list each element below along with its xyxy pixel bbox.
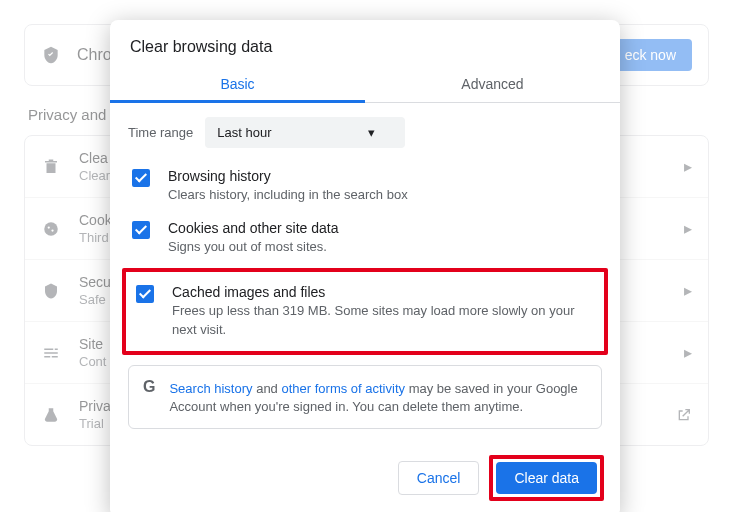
tab-basic[interactable]: Basic	[110, 66, 365, 102]
cancel-button[interactable]: Cancel	[398, 461, 480, 495]
option-browsing-history: Browsing history Clears history, includi…	[128, 160, 602, 212]
dialog-tabs: Basic Advanced	[110, 66, 620, 103]
dropdown-icon: ▾	[368, 125, 375, 140]
option-cookies: Cookies and other site data Signs you ou…	[128, 212, 602, 264]
link-search-history[interactable]: Search history	[169, 381, 252, 396]
option-cached-images: Cached images and files Frees up less th…	[132, 276, 598, 346]
time-range-label: Time range	[128, 125, 193, 140]
highlight-cached: Cached images and files Frees up less th…	[122, 268, 608, 354]
checkbox-browsing-history[interactable]	[132, 169, 150, 187]
time-range-select[interactable]: Last hour ▾	[205, 117, 405, 148]
clear-data-button[interactable]: Clear data	[496, 462, 597, 494]
tab-advanced[interactable]: Advanced	[365, 66, 620, 102]
clear-browsing-data-dialog: Clear browsing data Basic Advanced Time …	[110, 20, 620, 512]
checkbox-cached-images[interactable]	[136, 285, 154, 303]
google-icon: G	[143, 378, 155, 416]
info-text: Search history and other forms of activi…	[169, 380, 587, 416]
link-other-activity[interactable]: other forms of activity	[281, 381, 405, 396]
dialog-title: Clear browsing data	[110, 20, 620, 66]
google-account-info: G Search history and other forms of acti…	[128, 365, 602, 429]
highlight-clear-button: Clear data	[489, 455, 604, 501]
checkbox-cookies[interactable]	[132, 221, 150, 239]
